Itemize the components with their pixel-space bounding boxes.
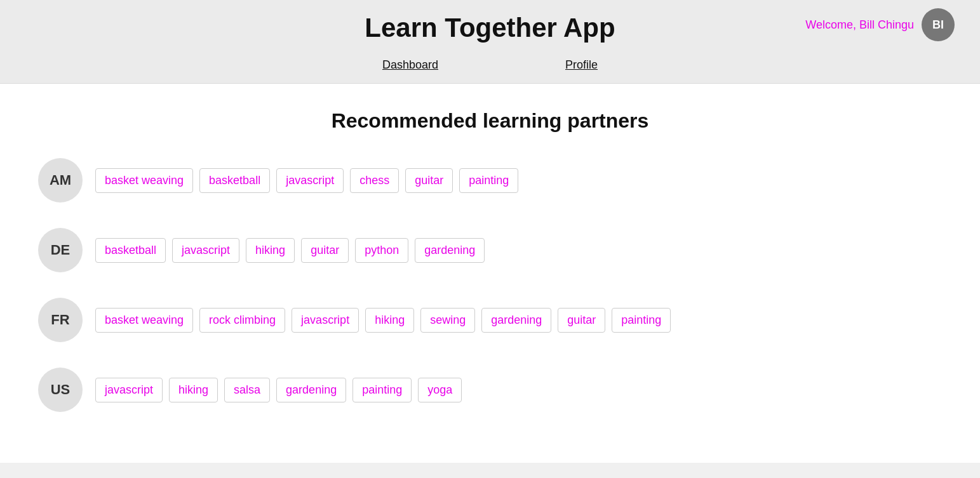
avatar: BI — [922, 8, 955, 41]
partner-row: USjavascripthikingsalsagardeningpainting… — [38, 368, 942, 412]
tag[interactable]: hiking — [365, 308, 414, 333]
welcome-text: Welcome, Bill Chingu — [805, 18, 914, 32]
tag[interactable]: gardening — [481, 308, 551, 333]
tag[interactable]: painting — [612, 308, 671, 333]
tag[interactable]: javascript — [276, 168, 344, 193]
tags-container: javascripthikingsalsagardeningpaintingyo… — [95, 378, 462, 402]
partner-avatar: US — [38, 368, 83, 412]
tags-container: basketballjavascripthikingguitarpythonga… — [95, 238, 485, 263]
tag[interactable]: basket weaving — [95, 308, 193, 333]
tag[interactable]: chess — [350, 168, 399, 193]
partner-avatar: DE — [38, 228, 83, 272]
tag[interactable]: painting — [459, 168, 518, 193]
tag[interactable]: rock climbing — [199, 308, 285, 333]
header-nav: Dashboard Profile — [0, 50, 980, 83]
tag[interactable]: salsa — [224, 378, 270, 402]
tag[interactable]: basket weaving — [95, 168, 193, 193]
tag[interactable]: guitar — [405, 168, 453, 193]
partner-row: AMbasket weavingbasketballjavascriptches… — [38, 158, 942, 202]
partner-avatar: FR — [38, 298, 83, 342]
nav-profile[interactable]: Profile — [565, 58, 598, 72]
tag[interactable]: basketball — [95, 238, 166, 263]
tag[interactable]: guitar — [301, 238, 349, 263]
tag[interactable]: sewing — [420, 308, 475, 333]
tag[interactable]: guitar — [558, 308, 605, 333]
tag[interactable]: yoga — [418, 378, 462, 402]
tags-container: basket weavingrock climbingjavascripthik… — [95, 308, 671, 333]
partner-row: FRbasket weavingrock climbingjavascripth… — [38, 298, 942, 342]
partner-avatar: AM — [38, 158, 83, 202]
tag[interactable]: gardening — [415, 238, 485, 263]
tag[interactable]: python — [355, 238, 408, 263]
tag[interactable]: javascript — [172, 238, 239, 263]
tag[interactable]: hiking — [246, 238, 295, 263]
tag[interactable]: javascript — [292, 308, 359, 333]
tag[interactable]: javascript — [95, 378, 163, 402]
tag[interactable]: hiking — [169, 378, 218, 402]
tag[interactable]: gardening — [276, 378, 346, 402]
header-top: Learn Together App Welcome, Bill Chingu … — [0, 0, 980, 50]
partner-row: DEbasketballjavascripthikingguitarpython… — [38, 228, 942, 272]
partners-container: AMbasket weavingbasketballjavascriptches… — [38, 158, 942, 412]
nav-dashboard[interactable]: Dashboard — [382, 58, 438, 72]
main-content: Recommended learning partners AMbasket w… — [0, 84, 980, 463]
tags-container: basket weavingbasketballjavascriptchessg… — [95, 168, 518, 193]
tag[interactable]: basketball — [199, 168, 270, 193]
header-user: Welcome, Bill Chingu BI — [805, 8, 955, 41]
section-title: Recommended learning partners — [38, 109, 942, 133]
header: Learn Together App Welcome, Bill Chingu … — [0, 0, 980, 84]
tag[interactable]: painting — [352, 378, 412, 402]
